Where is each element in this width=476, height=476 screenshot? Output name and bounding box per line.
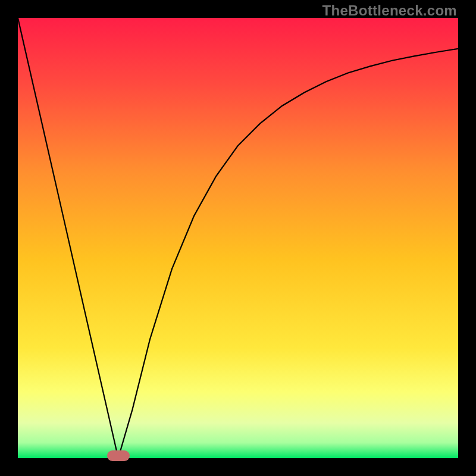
minimum-marker bbox=[107, 450, 130, 461]
chart-background bbox=[18, 18, 458, 458]
chart-svg bbox=[18, 18, 458, 458]
watermark-text: TheBottleneck.com bbox=[322, 2, 457, 19]
chart-frame bbox=[18, 18, 458, 458]
